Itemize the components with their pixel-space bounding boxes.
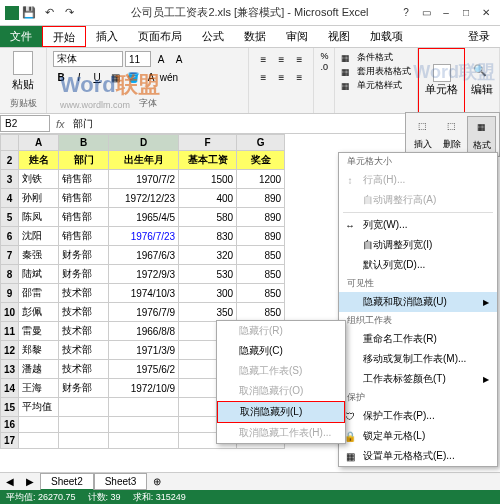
cell[interactable]: 平均值 (19, 398, 59, 417)
cell[interactable]: 300 (179, 284, 237, 303)
cell[interactable]: 技术部 (59, 303, 109, 322)
cell[interactable]: 王海 (19, 379, 59, 398)
sheet-tab[interactable]: Sheet3 (94, 473, 148, 490)
select-all[interactable] (1, 135, 19, 151)
menu-hide-unhide[interactable]: 隐藏和取消隐藏(U)▶ (339, 292, 497, 312)
row-header[interactable]: 4 (1, 189, 19, 208)
cell[interactable]: 1965/4/5 (109, 208, 179, 227)
submenu-unhide-cols[interactable]: 取消隐藏列(L) (217, 401, 345, 423)
close-icon[interactable]: ✕ (477, 4, 495, 22)
ruby-icon[interactable]: wén (161, 69, 177, 85)
cell[interactable]: 技术部 (59, 360, 109, 379)
cells-format-button[interactable]: ▦ 格式 (467, 116, 496, 153)
cell[interactable]: 850 (237, 284, 285, 303)
col-header[interactable]: B (59, 135, 109, 151)
row-header[interactable]: 3 (1, 170, 19, 189)
col-header[interactable]: G (237, 135, 285, 151)
minimize-icon[interactable]: – (437, 4, 455, 22)
cell[interactable]: 孙刚 (19, 189, 59, 208)
cell[interactable]: 财务部 (59, 379, 109, 398)
tab-file[interactable]: 文件 (0, 26, 42, 47)
row-header[interactable]: 17 (1, 433, 19, 449)
cell[interactable]: 400 (179, 189, 237, 208)
menu-col-width[interactable]: ↔列宽(W)... (339, 215, 497, 235)
cell[interactable]: 580 (179, 208, 237, 227)
decimal-button[interactable]: .0 (320, 62, 328, 72)
align-right-icon[interactable]: ≡ (291, 69, 307, 85)
cell[interactable]: 销售部 (59, 227, 109, 246)
tab-layout[interactable]: 页面布局 (128, 26, 192, 47)
cell[interactable] (109, 433, 179, 449)
cell[interactable] (59, 417, 109, 433)
menu-lock[interactable]: 🔒锁定单元格(L) (339, 426, 497, 446)
cell[interactable]: 邵雷 (19, 284, 59, 303)
cell[interactable]: 技术部 (59, 284, 109, 303)
tab-login[interactable]: 登录 (458, 26, 500, 47)
cell[interactable]: 潘越 (19, 360, 59, 379)
cell[interactable]: 1972/12/23 (109, 189, 179, 208)
align-mid-icon[interactable]: ≡ (273, 51, 289, 67)
cell[interactable] (109, 398, 179, 417)
cell[interactable]: 890 (237, 189, 285, 208)
menu-move[interactable]: 移动或复制工作表(M)... (339, 349, 497, 369)
font-size-select[interactable]: 11 (125, 51, 151, 67)
row-header[interactable]: 13 (1, 360, 19, 379)
tab-insert[interactable]: 插入 (86, 26, 128, 47)
bold-icon[interactable]: B (53, 69, 69, 85)
cell[interactable]: 陆斌 (19, 265, 59, 284)
cell[interactable]: 1972/9/3 (109, 265, 179, 284)
cell[interactable] (59, 433, 109, 449)
border-icon[interactable]: ▦ (107, 69, 123, 85)
cell[interactable]: 秦强 (19, 246, 59, 265)
submenu-unhide-sheet[interactable]: 取消隐藏工作表(H)... (217, 423, 345, 443)
menu-default-width[interactable]: 默认列宽(D)... (339, 255, 497, 275)
cell[interactable]: 姓名 (19, 151, 59, 170)
cell[interactable]: 1976/7/9 (109, 303, 179, 322)
cell[interactable]: 基本工资 (179, 151, 237, 170)
cell[interactable]: 850 (237, 246, 285, 265)
menu-tab-color[interactable]: 工作表标签颜色(T)▶ (339, 369, 497, 389)
menu-rename[interactable]: 重命名工作表(R) (339, 329, 497, 349)
cell[interactable]: 陈凤 (19, 208, 59, 227)
cell[interactable]: 刘铁 (19, 170, 59, 189)
tab-data[interactable]: 数据 (234, 26, 276, 47)
align-bot-icon[interactable]: ≡ (291, 51, 307, 67)
cell[interactable]: 1972/10/9 (109, 379, 179, 398)
cell[interactable]: 沈阳 (19, 227, 59, 246)
menu-protect[interactable]: 🛡保护工作表(P)... (339, 406, 497, 426)
submenu-hide-cols[interactable]: 隐藏列(C) (217, 341, 345, 361)
cell[interactable]: 350 (179, 303, 237, 322)
cell[interactable]: 1500 (179, 170, 237, 189)
sheet-tab[interactable]: Sheet2 (40, 473, 94, 491)
qat-undo-icon[interactable]: ↶ (42, 6, 56, 20)
paste-button[interactable]: 粘贴 (6, 51, 40, 92)
cell[interactable]: 财务部 (59, 246, 109, 265)
shrink-font-icon[interactable]: A (171, 51, 187, 67)
percent-button[interactable]: % (320, 51, 328, 61)
row-header[interactable]: 10 (1, 303, 19, 322)
ribbon-toggle-icon[interactable]: ▭ (417, 4, 435, 22)
cell[interactable] (109, 417, 179, 433)
row-header[interactable]: 6 (1, 227, 19, 246)
cell[interactable]: 财务部 (59, 265, 109, 284)
cell[interactable]: 销售部 (59, 189, 109, 208)
align-top-icon[interactable]: ≡ (255, 51, 271, 67)
align-center-icon[interactable]: ≡ (273, 69, 289, 85)
submenu-hide-sheet[interactable]: 隐藏工作表(S) (217, 361, 345, 381)
cell[interactable]: 530 (179, 265, 237, 284)
cells-delete-button[interactable]: ⬚ 删除 (438, 116, 465, 153)
col-header[interactable]: A (19, 135, 59, 151)
menu-format-cells[interactable]: ▦设置单元格格式(E)... (339, 446, 497, 466)
cell[interactable]: 1975/6/2 (109, 360, 179, 379)
align-left-icon[interactable]: ≡ (255, 69, 271, 85)
tab-view[interactable]: 视图 (318, 26, 360, 47)
cell[interactable]: 1967/6/3 (109, 246, 179, 265)
row-header[interactable]: 2 (1, 151, 19, 170)
font-color-icon[interactable]: A (143, 69, 159, 85)
cell[interactable]: 890 (237, 208, 285, 227)
tab-home[interactable]: 开始 (42, 26, 86, 47)
cell[interactable]: 830 (179, 227, 237, 246)
cell[interactable]: 技术部 (59, 341, 109, 360)
tab-formulas[interactable]: 公式 (192, 26, 234, 47)
cell[interactable]: 1976/7/23 (109, 227, 179, 246)
